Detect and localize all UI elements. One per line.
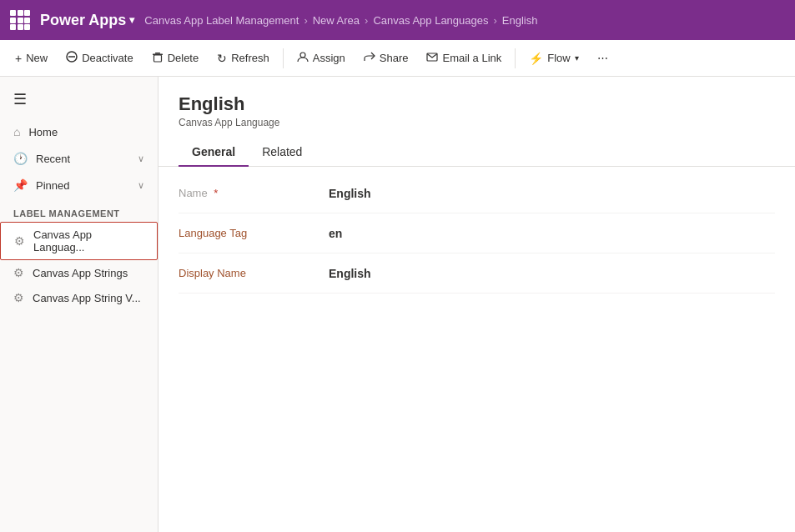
flow-button[interactable]: ⚡ Flow ▾ (521, 47, 586, 70)
svg-point-5 (300, 53, 305, 58)
svg-rect-2 (155, 53, 160, 54)
delete-button[interactable]: Delete (143, 46, 208, 70)
share-icon (364, 51, 375, 65)
canvas-app-string-v-icon: ⚙ (13, 291, 24, 304)
sidebar: ☰ ⌂ Home 🕐 Recent ∨ 📌 Pinned ∨ Label Man… (0, 77, 158, 532)
breadcrumb: Canvas App Label Management › New Area ›… (144, 14, 537, 27)
sidebar-item-canvas-app-language[interactable]: ⚙ Canvas App Languag... (0, 222, 158, 260)
form-row-language-tag: Language Tag en (179, 213, 775, 253)
sidebar-section-label: Label Management (0, 198, 158, 222)
sidebar-item-canvas-app-strings[interactable]: ⚙ Canvas App Strings (0, 260, 158, 285)
refresh-button[interactable]: ↻ Refresh (209, 47, 278, 70)
form-row-name: Name * English (179, 173, 775, 213)
home-icon: ⌂ (13, 125, 20, 138)
deactivate-icon (66, 51, 78, 65)
svg-rect-4 (153, 55, 161, 62)
canvas-app-language-icon: ⚙ (14, 234, 25, 248)
flow-icon: ⚡ (529, 52, 543, 65)
field-value-display-name[interactable]: English (329, 267, 371, 280)
email-icon (426, 51, 438, 65)
assign-button[interactable]: Assign (289, 46, 354, 70)
form-section: Name * English Language Tag en Display N… (158, 167, 795, 300)
toolbar-divider-1 (283, 48, 284, 68)
app-title[interactable]: Power Apps ▾ (40, 12, 134, 29)
required-indicator-name: * (214, 187, 218, 199)
field-value-language-tag[interactable]: en (329, 227, 342, 240)
app-title-chevron-icon: ▾ (129, 14, 134, 26)
hamburger-icon[interactable]: ☰ (0, 83, 158, 118)
record-tabs: General Related (179, 138, 775, 166)
sidebar-item-recent[interactable]: 🕐 Recent ∨ (0, 145, 158, 172)
pinned-icon: 📌 (13, 178, 28, 192)
tab-general[interactable]: General (179, 138, 249, 167)
recent-icon: 🕐 (13, 152, 28, 165)
field-value-name[interactable]: English (329, 187, 371, 200)
record-subtitle: Canvas App Language (179, 117, 775, 128)
flow-chevron-icon: ▾ (575, 53, 579, 63)
record-title: English (179, 93, 775, 115)
field-label-language-tag: Language Tag (179, 227, 329, 239)
pinned-expand-icon: ∨ (138, 180, 144, 191)
delete-icon (152, 51, 164, 65)
sidebar-item-home[interactable]: ⌂ Home (0, 118, 158, 145)
tab-related[interactable]: Related (249, 138, 315, 167)
form-row-display-name: Display Name English (179, 253, 775, 294)
record-header: English Canvas App Language General Rela… (158, 77, 795, 167)
more-icon: ⋯ (597, 52, 608, 64)
refresh-icon: ↻ (217, 52, 227, 65)
new-icon: + (15, 52, 22, 65)
content-area: English Canvas App Language General Rela… (158, 77, 795, 532)
email-link-button[interactable]: Email a Link (418, 46, 510, 70)
toolbar-divider-2 (515, 48, 516, 68)
toolbar: + New Deactivate Delete ↻ Refresh Assign… (0, 40, 795, 77)
assign-icon (297, 51, 309, 65)
sidebar-item-pinned[interactable]: 📌 Pinned ∨ (0, 172, 158, 198)
field-label-display-name: Display Name (179, 267, 329, 279)
more-button[interactable]: ⋯ (589, 47, 616, 69)
main-layout: ☰ ⌂ Home 🕐 Recent ∨ 📌 Pinned ∨ Label Man… (0, 77, 795, 532)
deactivate-button[interactable]: Deactivate (58, 46, 141, 70)
sidebar-item-canvas-app-string-v[interactable]: ⚙ Canvas App String V... (0, 285, 158, 310)
top-bar: Power Apps ▾ Canvas App Label Management… (0, 0, 795, 40)
waffle-icon[interactable] (10, 10, 30, 30)
recent-expand-icon: ∨ (138, 153, 144, 164)
share-button[interactable]: Share (355, 46, 417, 70)
canvas-app-strings-icon: ⚙ (13, 266, 24, 279)
new-button[interactable]: + New (7, 47, 56, 70)
field-label-name: Name * (179, 187, 329, 199)
